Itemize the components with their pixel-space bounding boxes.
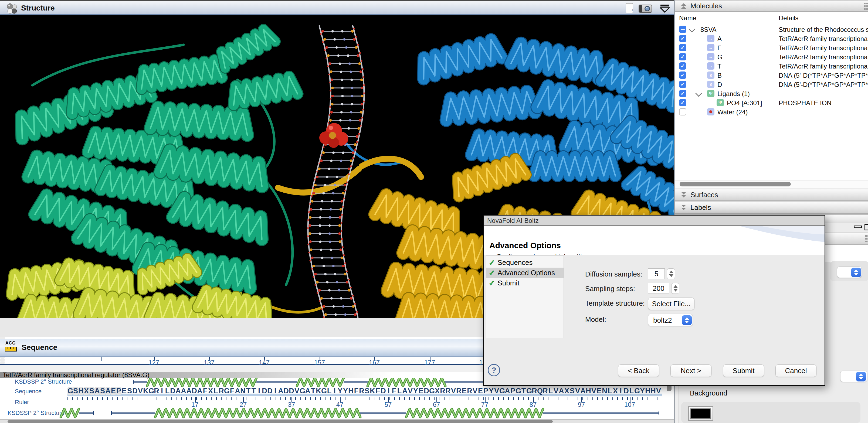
residue-letter[interactable]: F — [375, 387, 380, 395]
residue-letter[interactable]: P — [510, 387, 516, 395]
residue-letter[interactable]: X — [613, 387, 618, 395]
expand-section-icon[interactable] — [681, 205, 687, 211]
minimize-icon[interactable] — [854, 226, 862, 228]
residue-letter[interactable]: X — [564, 387, 569, 395]
residue-letter[interactable]: H — [586, 387, 591, 395]
residue-letter[interactable]: D — [283, 387, 289, 395]
residue-letter[interactable]: S — [73, 387, 78, 395]
field-stepper[interactable] — [667, 268, 675, 279]
residue-letter[interactable]: T — [310, 387, 316, 395]
tree-row[interactable]: ✓ΨPO4 [A:301]PHOSPHATE ION — [675, 98, 868, 107]
residue-letter[interactable]: V — [138, 387, 143, 395]
wizard-step-advanced-options[interactable]: ✓Advanced Options — [486, 268, 563, 278]
residue-letter[interactable]: N — [240, 387, 246, 395]
tree-row[interactable]: ✓→ATetR/AcrR family transcriptional reg — [675, 34, 868, 43]
field-input-diffusion-samples[interactable]: 5 — [648, 268, 665, 279]
row-checkbox[interactable]: ✓ — [679, 53, 686, 60]
residue-letter[interactable]: Y — [640, 387, 645, 395]
row-checkbox[interactable]: ✓ — [679, 90, 686, 97]
tree-row[interactable]: —8SVAStructure of the Rhodococcus sp. — [675, 25, 868, 34]
residue-letter[interactable]: A — [559, 387, 564, 395]
residue-letter[interactable]: A — [580, 387, 586, 395]
residue-letter[interactable]: L — [629, 387, 634, 395]
residue-letter[interactable]: T — [251, 387, 256, 395]
row-checkbox[interactable]: ✓ — [679, 44, 686, 51]
residue-letter[interactable]: R — [445, 387, 451, 395]
residue-letter[interactable]: S — [569, 387, 575, 395]
residue-letter[interactable]: Q — [537, 387, 542, 395]
collapsed-header-fragment[interactable] — [824, 232, 868, 245]
expand-section-icon[interactable] — [681, 192, 687, 199]
residue-letter[interactable]: V — [656, 387, 661, 395]
residue-letter[interactable]: X — [84, 387, 89, 395]
residue-letter[interactable]: P — [483, 387, 489, 395]
camera-snapshot-icon[interactable] — [639, 4, 653, 13]
molecules-hscrollbar[interactable] — [675, 180, 868, 188]
residue-letter[interactable]: G — [429, 387, 435, 395]
residue-letter[interactable]: H — [78, 387, 84, 395]
residue-letter[interactable]: D — [262, 387, 267, 395]
tree-row[interactable]: ✓)(BDNA (5'-D(*TP*AP*GP*AP*TP*AP* — [675, 71, 868, 80]
residue-letter[interactable]: D — [380, 387, 386, 395]
residue-letter[interactable]: A — [305, 387, 310, 395]
residue-letter[interactable]: A — [505, 387, 510, 395]
tree-row[interactable]: ✓→TTetR/AcrR family transcriptional reg — [675, 62, 868, 71]
residue-letter[interactable]: G — [224, 387, 229, 395]
residue-letter[interactable]: A — [176, 387, 181, 395]
residue-letter[interactable]: I — [386, 387, 391, 395]
residue-letter[interactable]: L — [548, 387, 553, 395]
residue-letter[interactable]: D — [623, 387, 629, 395]
residue-letter[interactable]: Y — [337, 387, 343, 395]
residue-letter[interactable]: R — [456, 387, 462, 395]
residue-letter[interactable]: X — [208, 387, 213, 395]
residue-letter[interactable]: R — [154, 387, 159, 395]
section-header-labels[interactable]: Labels — [675, 201, 868, 214]
residue-letter[interactable]: D — [289, 387, 294, 395]
collapse-filter-icon[interactable] — [660, 4, 670, 13]
residue-letter[interactable]: S — [89, 387, 94, 395]
residue-letter[interactable]: V — [575, 387, 580, 395]
residue-letter[interactable]: L — [213, 387, 219, 395]
residue-letter[interactable]: A — [278, 387, 283, 395]
section-header-surfaces[interactable]: Surfaces — [675, 189, 868, 201]
residue-letter[interactable]: K — [370, 387, 375, 395]
residue-letter[interactable]: A — [181, 387, 186, 395]
residue-letter[interactable]: H — [645, 387, 650, 395]
residue-letter[interactable]: Y — [489, 387, 494, 395]
style-dropdown-fragment[interactable] — [837, 266, 862, 278]
residue-letter[interactable]: E — [111, 387, 116, 395]
hscrollbar-thumb[interactable] — [7, 420, 553, 423]
residue-letter[interactable]: A — [402, 387, 408, 395]
residue-letter[interactable]: T — [246, 387, 251, 395]
background-color-well[interactable] — [688, 406, 713, 421]
residue-letter[interactable]: V — [591, 387, 596, 395]
residue-letter[interactable]: A — [197, 387, 203, 395]
residue-letter[interactable]: I — [332, 387, 337, 395]
row-checkbox[interactable] — [679, 108, 686, 116]
residue-letter[interactable]: F — [203, 387, 208, 395]
residue-letter[interactable]: D — [132, 387, 138, 395]
residue-letter[interactable]: I — [256, 387, 262, 395]
model-select[interactable]: boltz2 — [648, 314, 693, 326]
residue-letter[interactable]: V — [494, 387, 499, 395]
residue-letter[interactable]: G — [300, 387, 305, 395]
wizard-step-sequences[interactable]: ✓Sequences — [486, 257, 563, 268]
next-button[interactable]: Next > — [671, 364, 711, 377]
sequence-hscrollbar[interactable] — [0, 419, 674, 423]
residue-letter[interactable]: R — [467, 387, 472, 395]
residue-letter[interactable]: P — [116, 387, 121, 395]
residue-letter[interactable]: R — [542, 387, 548, 395]
residue-letter[interactable]: F — [353, 387, 359, 395]
residue-letter[interactable]: R — [440, 387, 445, 395]
tree-row[interactable]: ✓→FTetR/AcrR family transcriptional reg — [675, 43, 868, 52]
residue-letter[interactable]: A — [94, 387, 100, 395]
residue-letter[interactable]: E — [478, 387, 483, 395]
residue-letter[interactable]: N — [602, 387, 607, 395]
expand-chevron-icon[interactable] — [688, 26, 695, 32]
field-input-sampling-steps[interactable]: 200 — [648, 283, 669, 294]
residue-letter[interactable]: A — [186, 387, 192, 395]
back-button[interactable]: < Back — [618, 364, 659, 377]
tree-row[interactable]: ✓)(DDNA (5'-D(*TP*AP*GP*AP*TP*AP* — [675, 80, 868, 89]
panel-vscrollbar[interactable] — [675, 384, 679, 423]
residue-letter[interactable]: F — [229, 387, 235, 395]
